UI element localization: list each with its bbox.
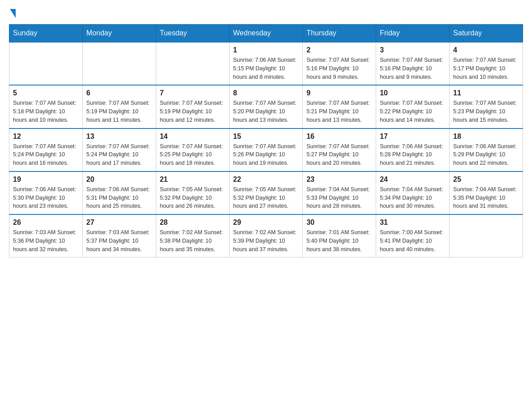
day-number: 18 bbox=[453, 133, 519, 141]
day-number: 29 bbox=[233, 218, 299, 227]
day-number: 17 bbox=[380, 133, 446, 141]
day-number: 15 bbox=[233, 133, 299, 141]
day-number: 22 bbox=[233, 176, 299, 184]
day-info: Sunrise: 7:06 AM Sunset: 5:31 PM Dayligh… bbox=[86, 185, 152, 210]
day-number: 7 bbox=[160, 89, 226, 97]
calendar-cell: 20Sunrise: 7:06 AM Sunset: 5:31 PM Dayli… bbox=[82, 171, 156, 214]
day-number: 10 bbox=[380, 89, 446, 97]
day-info: Sunrise: 7:01 AM Sunset: 5:40 PM Dayligh… bbox=[306, 228, 372, 253]
day-info: Sunrise: 7:07 AM Sunset: 5:24 PM Dayligh… bbox=[13, 142, 79, 167]
calendar-cell: 28Sunrise: 7:02 AM Sunset: 5:38 PM Dayli… bbox=[156, 214, 229, 257]
header-row: SundayMondayTuesdayWednesdayThursdayFrid… bbox=[9, 25, 523, 43]
day-info: Sunrise: 7:07 AM Sunset: 5:19 PM Dayligh… bbox=[160, 99, 226, 124]
day-number: 14 bbox=[160, 133, 226, 141]
calendar-cell: 13Sunrise: 7:07 AM Sunset: 5:24 PM Dayli… bbox=[82, 128, 156, 171]
calendar-cell bbox=[82, 42, 156, 85]
calendar-cell bbox=[9, 42, 83, 85]
calendar-cell: 6Sunrise: 7:07 AM Sunset: 5:19 PM Daylig… bbox=[82, 85, 156, 128]
day-number: 28 bbox=[160, 218, 226, 227]
day-info: Sunrise: 7:07 AM Sunset: 5:27 PM Dayligh… bbox=[306, 142, 372, 167]
column-header-friday: Friday bbox=[376, 25, 450, 43]
day-number: 11 bbox=[453, 89, 519, 97]
calendar-cell: 18Sunrise: 7:06 AM Sunset: 5:29 PM Dayli… bbox=[450, 128, 523, 171]
week-row-2: 5Sunrise: 7:07 AM Sunset: 5:18 PM Daylig… bbox=[9, 85, 523, 128]
calendar-table: SundayMondayTuesdayWednesdayThursdayFrid… bbox=[9, 24, 523, 257]
day-info: Sunrise: 7:07 AM Sunset: 5:16 PM Dayligh… bbox=[380, 56, 446, 81]
calendar-cell: 26Sunrise: 7:03 AM Sunset: 5:36 PM Dayli… bbox=[9, 214, 83, 257]
calendar-cell: 16Sunrise: 7:07 AM Sunset: 5:27 PM Dayli… bbox=[303, 128, 376, 171]
calendar-cell: 30Sunrise: 7:01 AM Sunset: 5:40 PM Dayli… bbox=[303, 214, 376, 257]
day-info: Sunrise: 7:06 AM Sunset: 5:28 PM Dayligh… bbox=[380, 142, 446, 167]
day-info: Sunrise: 7:06 AM Sunset: 5:15 PM Dayligh… bbox=[233, 56, 299, 81]
calendar-cell: 2Sunrise: 7:07 AM Sunset: 5:16 PM Daylig… bbox=[303, 42, 376, 85]
calendar-cell: 25Sunrise: 7:04 AM Sunset: 5:35 PM Dayli… bbox=[450, 171, 523, 214]
day-info: Sunrise: 7:07 AM Sunset: 5:23 PM Dayligh… bbox=[453, 99, 519, 124]
column-header-sunday: Sunday bbox=[9, 25, 83, 43]
day-info: Sunrise: 7:00 AM Sunset: 5:41 PM Dayligh… bbox=[380, 228, 446, 253]
day-number: 30 bbox=[306, 218, 372, 227]
calendar-cell: 17Sunrise: 7:06 AM Sunset: 5:28 PM Dayli… bbox=[376, 128, 450, 171]
calendar-cell: 21Sunrise: 7:05 AM Sunset: 5:32 PM Dayli… bbox=[156, 171, 229, 214]
day-info: Sunrise: 7:02 AM Sunset: 5:38 PM Dayligh… bbox=[160, 228, 226, 253]
day-info: Sunrise: 7:07 AM Sunset: 5:25 PM Dayligh… bbox=[160, 142, 226, 167]
day-number: 23 bbox=[306, 176, 372, 184]
day-number: 25 bbox=[453, 176, 519, 184]
logo bbox=[9, 9, 16, 17]
calendar-cell: 4Sunrise: 7:07 AM Sunset: 5:17 PM Daylig… bbox=[450, 42, 523, 85]
week-row-1: 1Sunrise: 7:06 AM Sunset: 5:15 PM Daylig… bbox=[9, 42, 523, 85]
day-number: 2 bbox=[306, 46, 372, 54]
calendar-cell: 11Sunrise: 7:07 AM Sunset: 5:23 PM Dayli… bbox=[450, 85, 523, 128]
calendar-cell: 27Sunrise: 7:03 AM Sunset: 5:37 PM Dayli… bbox=[82, 214, 156, 257]
day-number: 31 bbox=[380, 218, 446, 227]
column-header-wednesday: Wednesday bbox=[229, 25, 303, 43]
calendar-cell: 24Sunrise: 7:04 AM Sunset: 5:34 PM Dayli… bbox=[376, 171, 450, 214]
day-info: Sunrise: 7:07 AM Sunset: 5:18 PM Dayligh… bbox=[13, 99, 79, 124]
day-number: 4 bbox=[453, 46, 519, 54]
day-info: Sunrise: 7:07 AM Sunset: 5:21 PM Dayligh… bbox=[306, 99, 372, 124]
day-number: 27 bbox=[86, 218, 152, 227]
calendar-cell: 22Sunrise: 7:05 AM Sunset: 5:32 PM Dayli… bbox=[229, 171, 303, 214]
day-number: 24 bbox=[380, 176, 446, 184]
day-info: Sunrise: 7:04 AM Sunset: 5:35 PM Dayligh… bbox=[453, 185, 519, 210]
day-number: 26 bbox=[13, 218, 79, 227]
week-row-3: 12Sunrise: 7:07 AM Sunset: 5:24 PM Dayli… bbox=[9, 128, 523, 171]
day-number: 5 bbox=[13, 89, 79, 97]
day-info: Sunrise: 7:03 AM Sunset: 5:37 PM Dayligh… bbox=[86, 228, 152, 253]
day-info: Sunrise: 7:07 AM Sunset: 5:19 PM Dayligh… bbox=[86, 99, 152, 124]
day-info: Sunrise: 7:07 AM Sunset: 5:16 PM Dayligh… bbox=[306, 56, 372, 81]
week-row-5: 26Sunrise: 7:03 AM Sunset: 5:36 PM Dayli… bbox=[9, 214, 523, 257]
day-number: 3 bbox=[380, 46, 446, 54]
day-info: Sunrise: 7:06 AM Sunset: 5:29 PM Dayligh… bbox=[453, 142, 519, 167]
day-info: Sunrise: 7:07 AM Sunset: 5:24 PM Dayligh… bbox=[86, 142, 152, 167]
logo-triangle-icon bbox=[10, 9, 16, 18]
day-number: 8 bbox=[233, 89, 299, 97]
calendar-body: 1Sunrise: 7:06 AM Sunset: 5:15 PM Daylig… bbox=[9, 42, 523, 257]
day-info: Sunrise: 7:02 AM Sunset: 5:39 PM Dayligh… bbox=[233, 228, 299, 253]
calendar-cell: 31Sunrise: 7:00 AM Sunset: 5:41 PM Dayli… bbox=[376, 214, 450, 257]
calendar-cell bbox=[156, 42, 229, 85]
calendar-cell bbox=[450, 214, 523, 257]
day-info: Sunrise: 7:07 AM Sunset: 5:26 PM Dayligh… bbox=[233, 142, 299, 167]
day-number: 20 bbox=[86, 176, 152, 184]
day-number: 13 bbox=[86, 133, 152, 141]
day-number: 12 bbox=[13, 133, 79, 141]
calendar-cell: 5Sunrise: 7:07 AM Sunset: 5:18 PM Daylig… bbox=[9, 85, 83, 128]
day-number: 9 bbox=[306, 89, 372, 97]
day-info: Sunrise: 7:07 AM Sunset: 5:22 PM Dayligh… bbox=[380, 99, 446, 124]
day-info: Sunrise: 7:03 AM Sunset: 5:36 PM Dayligh… bbox=[13, 228, 79, 253]
day-number: 16 bbox=[306, 133, 372, 141]
calendar-cell: 1Sunrise: 7:06 AM Sunset: 5:15 PM Daylig… bbox=[229, 42, 303, 85]
calendar-cell: 19Sunrise: 7:06 AM Sunset: 5:30 PM Dayli… bbox=[9, 171, 83, 214]
calendar-cell: 9Sunrise: 7:07 AM Sunset: 5:21 PM Daylig… bbox=[303, 85, 376, 128]
day-info: Sunrise: 7:05 AM Sunset: 5:32 PM Dayligh… bbox=[160, 185, 226, 210]
calendar-cell: 29Sunrise: 7:02 AM Sunset: 5:39 PM Dayli… bbox=[229, 214, 303, 257]
column-header-tuesday: Tuesday bbox=[156, 25, 229, 43]
calendar-cell: 23Sunrise: 7:04 AM Sunset: 5:33 PM Dayli… bbox=[303, 171, 376, 214]
calendar-cell: 15Sunrise: 7:07 AM Sunset: 5:26 PM Dayli… bbox=[229, 128, 303, 171]
day-number: 19 bbox=[13, 176, 79, 184]
calendar-header: SundayMondayTuesdayWednesdayThursdayFrid… bbox=[9, 25, 523, 43]
column-header-saturday: Saturday bbox=[450, 25, 523, 43]
calendar-cell: 3Sunrise: 7:07 AM Sunset: 5:16 PM Daylig… bbox=[376, 42, 450, 85]
day-number: 1 bbox=[233, 46, 299, 54]
calendar-cell: 12Sunrise: 7:07 AM Sunset: 5:24 PM Dayli… bbox=[9, 128, 83, 171]
